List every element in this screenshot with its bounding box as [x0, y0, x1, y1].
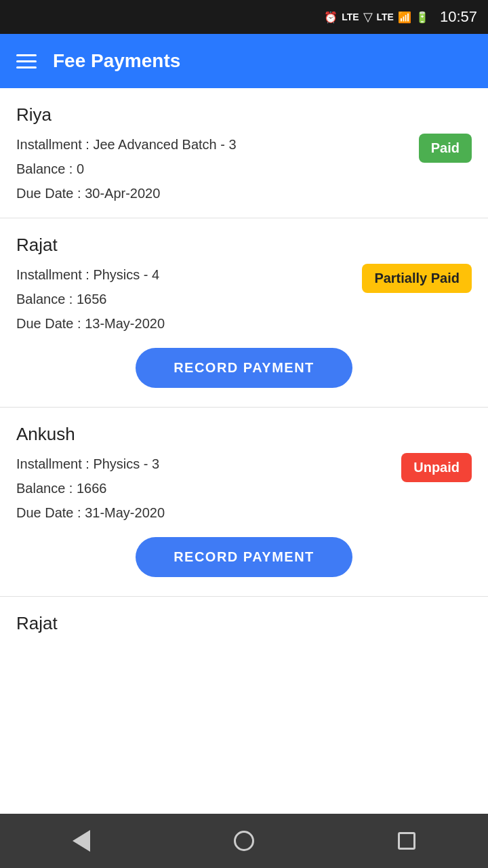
status-badge-ankush: Unpaid: [401, 453, 472, 482]
lte-call-icon: LTE: [342, 12, 359, 22]
balance-rajat-1: Balance : 1656: [16, 288, 165, 310]
status-icons: ⏰ LTE ▽ LTE 📶 🔋: [324, 9, 429, 24]
page-title: Fee Payments: [53, 50, 180, 72]
status-badge-rajat-1: Partially Paid: [362, 264, 472, 293]
recents-nav-button[interactable]: [386, 821, 427, 861]
recents-icon: [398, 832, 415, 850]
student-name-rajat-2: Rajat: [16, 613, 472, 634]
back-icon: [73, 830, 90, 852]
installment-ankush: Installment : Physics - 3: [16, 453, 165, 475]
installment-riya: Installment : Jee Advanced Batch - 3: [16, 134, 237, 155]
record-payment-button-rajat-1[interactable]: RECORD PAYMENT: [136, 348, 352, 388]
menu-button[interactable]: [16, 54, 37, 68]
status-badge-riya: Paid: [419, 134, 472, 163]
due-date-riya: Due Date : 30-Apr-2020: [16, 182, 237, 204]
due-date-ankush: Due Date : 31-May-2020: [16, 502, 165, 524]
balance-ankush: Balance : 1666: [16, 477, 165, 499]
card-details-rajat-1: Installment : Physics - 4 Balance : 1656…: [16, 264, 165, 334]
back-nav-button[interactable]: [61, 821, 102, 861]
card-details-ankush: Installment : Physics - 3 Balance : 1666…: [16, 453, 165, 524]
installment-rajat-1: Installment : Physics - 4: [16, 264, 165, 285]
student-name-riya: Riya: [16, 104, 472, 125]
wifi-icon: ▽: [363, 9, 373, 24]
signal-bars-icon: 📶: [398, 11, 411, 24]
due-date-rajat-1: Due Date : 13-May-2020: [16, 313, 165, 334]
header: Fee Payments: [0, 34, 488, 88]
card-details-riya: Installment : Jee Advanced Batch - 3 Bal…: [16, 134, 237, 204]
home-icon: [234, 831, 254, 851]
payment-card-ankush: Ankush Installment : Physics - 3 Balance…: [0, 408, 488, 597]
lte-signal-icon: LTE: [377, 12, 394, 22]
payment-card-rajat-1: Rajat Installment : Physics - 4 Balance …: [0, 218, 488, 408]
status-bar: ⏰ LTE ▽ LTE 📶 🔋 10:57: [0, 0, 488, 34]
alarm-icon: ⏰: [324, 11, 338, 24]
balance-riya: Balance : 0: [16, 158, 237, 180]
content-area: Riya Installment : Jee Advanced Batch - …: [0, 88, 488, 814]
payment-card-riya: Riya Installment : Jee Advanced Batch - …: [0, 88, 488, 218]
home-nav-button[interactable]: [224, 821, 264, 861]
payment-card-rajat-2: Rajat: [0, 597, 488, 663]
status-time: 10:57: [440, 8, 477, 26]
bottom-nav: [0, 814, 488, 868]
student-name-ankush: Ankush: [16, 424, 472, 445]
battery-icon: 🔋: [415, 11, 429, 24]
record-payment-button-ankush[interactable]: RECORD PAYMENT: [136, 537, 352, 577]
student-name-rajat-1: Rajat: [16, 235, 472, 256]
